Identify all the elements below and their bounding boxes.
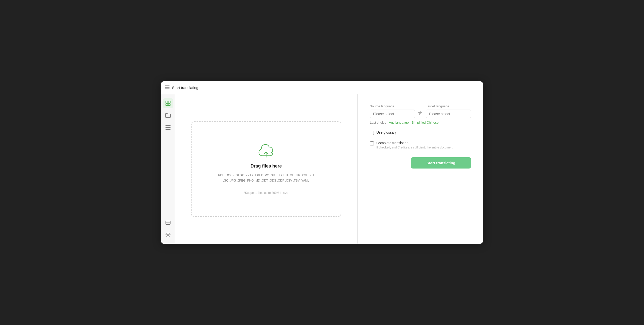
svg-rect-3 [166,101,168,103]
upload-cloud-icon [257,143,275,159]
svg-rect-0 [165,86,170,86]
svg-rect-4 [168,101,170,103]
svg-rect-5 [166,104,168,106]
sidebar-item-folder[interactable] [163,110,173,120]
upload-size: *Supports files up to 300M in size [244,191,288,195]
app-window: Start translating [161,81,483,244]
sidebar-item-list[interactable] [163,122,173,132]
svg-rect-6 [168,104,170,106]
start-translating-button[interactable]: Start translating [411,157,471,169]
target-language-input[interactable] [426,110,471,118]
source-language-label: Source language [370,104,415,108]
svg-rect-8 [166,127,171,128]
use-glossary-checkbox[interactable] [370,131,374,135]
svg-rect-9 [166,129,171,130]
target-language-group: Target language [426,104,471,118]
source-language-group: Source language [370,104,415,118]
last-choice-label: Last choice [370,121,386,124]
svg-rect-11 [166,222,170,223]
left-panel: Drag files here .PDF .DOCX .XLSX .PPTX .… [175,94,358,244]
target-language-label: Target language [426,104,471,108]
last-choice-link[interactable]: Any language - Simplified Chinese [389,121,439,124]
content: Drag files here .PDF .DOCX .XLSX .PPTX .… [175,94,483,244]
last-choice-row: Last choice Any language - Simplified Ch… [370,121,471,124]
swap-languages-icon[interactable] [418,111,423,116]
language-section: Source language Target language [370,104,471,124]
main-layout: Drag files here .PDF .DOCX .XLSX .PPTX .… [161,94,483,244]
use-glossary-label[interactable]: Use glossary [376,130,397,134]
sidebar-item-translate[interactable] [163,98,173,108]
upload-formats: .PDF .DOCX .XLSX .PPTX .EPUB .PO .SRT .T… [216,173,316,183]
svg-point-12 [167,234,169,235]
menu-icon[interactable] [165,86,170,90]
complete-translation-row: Complete translation If checked, and Cre… [370,141,471,149]
page-title: Start translating [172,86,198,90]
complete-translation-label[interactable]: Complete translation If checked, and Cre… [376,141,453,149]
svg-rect-1 [165,87,170,88]
complete-translation-checkbox[interactable] [370,141,374,145]
sidebar-bottom [163,218,173,240]
use-glossary-text: Use glossary [376,130,397,134]
sidebar [161,94,175,244]
sidebar-item-settings[interactable] [163,230,173,240]
upload-dropzone[interactable]: Drag files here .PDF .DOCX .XLSX .PPTX .… [191,121,341,217]
titlebar: Start translating [161,81,483,94]
sidebar-item-billing[interactable] [163,218,173,228]
complete-translation-text: Complete translation [376,141,453,145]
upload-title: Drag files here [250,164,282,169]
use-glossary-row: Use glossary [370,130,471,135]
svg-rect-2 [165,89,170,89]
language-row: Source language Target language [370,104,471,118]
svg-rect-7 [166,125,171,126]
source-language-input[interactable] [370,110,415,118]
complete-translation-desc: If checked, and Credits are sufficient, … [376,146,453,149]
right-panel: Source language Target language [358,94,483,244]
